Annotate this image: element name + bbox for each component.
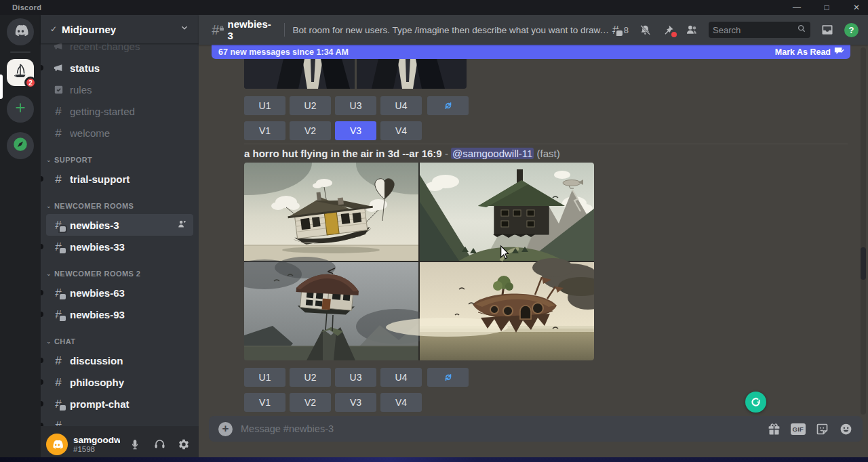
variation-row-msg2: V1V2V3V4 (244, 393, 422, 412)
search-input[interactable] (713, 25, 797, 35)
reroll-button[interactable] (427, 368, 469, 387)
sidebar-item-welcome[interactable]: # welcome (46, 122, 193, 144)
pinned-messages-button[interactable] (662, 24, 675, 37)
minimize-button[interactable]: — (791, 1, 803, 14)
grammarly-badge[interactable] (745, 392, 766, 413)
maximize-button[interactable]: □ (821, 1, 833, 14)
gif-picker-button[interactable]: GIF (791, 423, 806, 435)
new-messages-banner[interactable]: 67 new messages since 1:34 AM Mark As Re… (212, 45, 850, 59)
component-button-v1[interactable]: V1 (244, 121, 285, 140)
server-unread-badge: 2 (24, 77, 37, 89)
component-button-v4[interactable]: V4 (380, 121, 422, 140)
component-button-u1[interactable]: U1 (244, 96, 285, 115)
component-button-u3[interactable]: U3 (335, 96, 376, 115)
category-newcomer-rooms[interactable]: ⌄ NEWCOMER ROOMS (46, 198, 193, 214)
component-button-u4[interactable]: U4 (380, 96, 422, 115)
channel-topic[interactable]: Bot room for new users. Type /imagine th… (293, 25, 610, 35)
channel-icon (52, 43, 65, 53)
home-button[interactable] (7, 18, 34, 45)
chevron-down-icon (180, 23, 189, 35)
channel-name: newbies-3 (228, 18, 276, 41)
component-button-u4[interactable]: U4 (380, 368, 422, 387)
generated-image-3[interactable] (244, 262, 418, 360)
channel-icon: # (52, 354, 65, 367)
reroll-button[interactable] (427, 96, 469, 115)
user-avatar[interactable] (46, 434, 68, 455)
threads-button[interactable]: # 8 (610, 24, 629, 36)
generated-image-1[interactable] (244, 163, 418, 261)
generation-grid[interactable] (244, 163, 594, 360)
emoji-icon[interactable] (839, 422, 853, 436)
category-chat[interactable]: ⌄ CHAT (46, 333, 193, 350)
sidebar-item-newbies-3[interactable]: # newbies-3 (46, 214, 193, 236)
sidebar-item-newbies-93[interactable]: # newbies-93 (46, 303, 193, 325)
channel-icon: # (52, 126, 65, 140)
sidebar-item-prompt-chat[interactable]: # prompt-chat (46, 393, 193, 415)
inbox-button[interactable] (821, 23, 834, 37)
previous-generation-image[interactable] (244, 59, 467, 89)
prompt-message: a horro hut flying in the air in 3d --ar… (244, 148, 848, 159)
category-support[interactable]: ⌄ SUPPORT (46, 152, 193, 168)
component-button-v3[interactable]: V3 (335, 121, 376, 140)
channel-icon: # (52, 104, 65, 118)
gift-icon[interactable] (767, 422, 781, 436)
server-icon-midjourney[interactable]: 2 (7, 59, 34, 86)
message-composer: + GIF (209, 416, 863, 442)
generated-image-4[interactable] (420, 262, 594, 360)
add-server-button[interactable] (7, 96, 34, 123)
channel-icon: # (52, 397, 65, 411)
channel-header: # newbies-3 Bot room for new users. Type… (199, 15, 868, 45)
sidebar-item-rules[interactable]: rules (46, 79, 193, 100)
hash-lock-icon: # (208, 23, 223, 37)
explore-servers-button[interactable] (7, 132, 34, 159)
close-button[interactable]: ✕ (850, 1, 863, 14)
component-button-v3[interactable]: V3 (335, 393, 376, 412)
component-button-u1[interactable]: U1 (244, 368, 285, 387)
category-newcomer-rooms-2[interactable]: ⌄ NEWCOMER ROOMS 2 (46, 266, 193, 282)
component-button-v2[interactable]: V2 (290, 121, 331, 140)
sidebar-item-discussion[interactable]: # discussion (46, 350, 193, 371)
reroll-msg1 (427, 96, 469, 115)
sidebar-item-clipped[interactable]: # (46, 415, 193, 426)
server-header[interactable]: ✓ Midjourney (41, 15, 199, 43)
create-invite-icon[interactable] (176, 218, 188, 232)
window-titlebar: Discord — □ ✕ (0, 0, 868, 15)
mic-button[interactable] (125, 435, 144, 454)
headphones-button[interactable] (150, 435, 169, 454)
discord-logo-icon (12, 22, 29, 42)
channel-list: recent-changes status rules # getting-st… (41, 43, 199, 426)
component-button-u2[interactable]: U2 (290, 96, 331, 115)
channel-icon (52, 83, 65, 96)
component-button-u2[interactable]: U2 (290, 368, 331, 387)
sidebar-item-newbies-63[interactable]: # newbies-63 (46, 282, 193, 303)
category-chevron-icon: ⌄ (46, 338, 52, 345)
component-button-v4[interactable]: V4 (380, 393, 422, 412)
message-check-icon (834, 47, 844, 58)
variation-row-msg1: V1V2V3V4 (244, 121, 422, 140)
message-input[interactable] (241, 423, 759, 434)
scrollbar-thumb[interactable] (861, 247, 866, 280)
help-button[interactable]: ? (844, 23, 859, 37)
sidebar-item-getting-started[interactable]: # getting-started (46, 100, 193, 122)
attach-plus-icon[interactable]: + (218, 422, 233, 436)
sidebar-item-status[interactable]: status (46, 57, 193, 79)
component-button-v2[interactable]: V2 (290, 393, 331, 412)
upscale-row-msg1: U1U2U3U4 (244, 96, 422, 115)
sidebar-item-recent-changes[interactable]: recent-changes (46, 43, 193, 57)
sticker-icon[interactable] (815, 422, 829, 436)
member-list-button[interactable] (685, 23, 698, 37)
generated-image-2[interactable] (420, 163, 594, 261)
settings-gear-button[interactable] (174, 435, 193, 454)
notifications-muted-button[interactable] (639, 24, 652, 37)
channel-icon: # (52, 375, 65, 389)
sidebar-item-trial-support[interactable]: # trial-support (46, 168, 193, 190)
component-button-u3[interactable]: U3 (335, 368, 376, 387)
user-discriminator: #1598 (73, 445, 120, 453)
component-button-v1[interactable]: V1 (244, 393, 285, 412)
mark-as-read-button[interactable]: Mark As Read (775, 47, 844, 58)
channel-icon: # (52, 218, 65, 232)
sidebar-item-philosophy[interactable]: # philosophy (46, 371, 193, 393)
user-mention[interactable]: @samgoodwill-11 (451, 148, 534, 159)
channel-icon: # (52, 286, 65, 299)
sidebar-item-newbies-33[interactable]: # newbies-33 (46, 236, 193, 257)
